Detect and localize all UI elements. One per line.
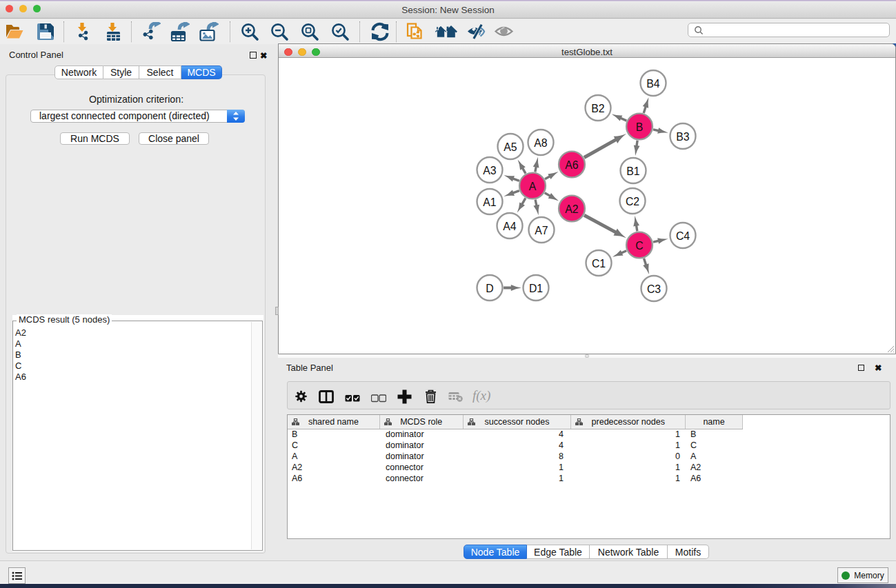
svg-text:C: C (635, 240, 643, 252)
svg-text:A4: A4 (503, 221, 517, 232)
svg-text:B3: B3 (676, 131, 690, 143)
svg-text:A8: A8 (534, 137, 548, 149)
svg-text:A3: A3 (483, 165, 497, 176)
svg-text:A: A (529, 181, 537, 192)
svg-text:B4: B4 (646, 78, 660, 90)
svg-text:A7: A7 (535, 225, 548, 236)
svg-text:C2: C2 (626, 196, 639, 207)
svg-text:B: B (636, 121, 644, 133)
svg-text:B1: B1 (626, 165, 640, 177)
svg-text:D1: D1 (529, 283, 543, 294)
svg-text:C3: C3 (647, 283, 661, 295)
svg-text:A6: A6 (565, 159, 579, 171)
svg-text:A1: A1 (483, 196, 497, 208)
svg-text:D: D (486, 283, 493, 294)
svg-text:A2: A2 (565, 203, 578, 215)
svg-text:A5: A5 (504, 141, 517, 153)
svg-text:C4: C4 (676, 230, 690, 242)
svg-text:B2: B2 (591, 103, 604, 114)
svg-text:C1: C1 (592, 258, 606, 270)
